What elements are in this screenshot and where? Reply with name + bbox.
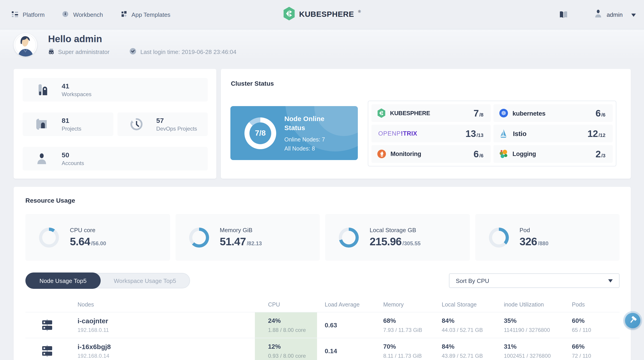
nav-item-label: App Templates — [132, 11, 170, 18]
user-icon — [594, 10, 602, 20]
table-row[interactable]: i-16x6bgj8 192.168.0.14 12% 0.93 / 8.00 … — [26, 338, 620, 360]
user-name: admin — [606, 11, 623, 18]
role-label: Super administrator — [58, 48, 110, 55]
nav-item-workbench[interactable]: Workbench — [62, 10, 103, 19]
storage-gauge-donut — [339, 228, 359, 247]
pod-gauge-donut — [489, 228, 508, 247]
kubesphere-logo[interactable]: KUBESPHERE ® — [283, 7, 361, 22]
node-name[interactable]: i-caojnter — [78, 317, 255, 325]
inode-cell: 31% 1002451 / 3276800 — [502, 343, 570, 359]
hammer-icon — [629, 316, 636, 325]
nav-item-label: Workbench — [73, 11, 103, 18]
load-cell: 0.14 — [317, 347, 382, 355]
node-online-status-panel[interactable]: 7/8 Node Online Status Online Nodes: 7 A… — [230, 106, 358, 160]
stat-value: 81 — [62, 116, 82, 124]
component-value: 7 — [474, 108, 479, 118]
component-value: 2 — [596, 148, 601, 159]
welcome-banner: Hello admin Super administrator Last log… — [0, 30, 644, 60]
top-nav: Platform Workbench App Templates KUBESPH… — [0, 0, 644, 30]
caret-down-icon — [631, 14, 636, 19]
gauge-total: /305.55 — [402, 240, 421, 247]
toolbox-fab-button[interactable] — [625, 313, 640, 328]
stat-tile-devops[interactable]: 57 DevOps Projects — [117, 112, 208, 136]
nav-right: admin — [558, 10, 636, 20]
gauge-memory: Memory GiB 51.47/82.13 — [175, 214, 320, 261]
user-menu[interactable]: admin — [594, 10, 636, 20]
role-badge-icon — [48, 48, 54, 56]
role-item: Super administrator — [48, 48, 110, 56]
avatar — [14, 33, 37, 57]
stats-card: 41 Workspaces 81 Projects — [14, 69, 216, 179]
gauge-total: /82.13 — [247, 240, 262, 247]
gauge-used: 215.96 — [370, 235, 402, 248]
col-inode-utilization: inode Utilization — [502, 302, 570, 308]
node-ip: 192.168.0.14 — [78, 353, 255, 359]
node-name[interactable]: i-16x6bgj8 — [78, 343, 255, 350]
usage-tabs: Node Usage Top5 Workspace Usage Top5 — [26, 273, 190, 288]
stat-tile-accounts[interactable]: 50 Accounts — [23, 147, 208, 170]
stat-tile-workspaces[interactable]: 41 Workspaces — [23, 78, 208, 102]
workbench-icon — [62, 10, 69, 19]
node-usage-table: Nodes CPU Load Average Memory Local Stor… — [26, 298, 620, 360]
cpu-cell: 24% 1.88 / 8.00 core — [255, 312, 317, 338]
node-status-donut: 7/8 — [244, 117, 276, 149]
col-local-storage: Local Storage — [440, 302, 502, 308]
component-total: /12 — [598, 132, 606, 138]
docs-book-icon[interactable] — [558, 11, 568, 18]
tab-node-usage-top5[interactable]: Node Usage Top5 — [26, 272, 101, 289]
sort-by-dropdown[interactable]: Sort By CPU — [449, 274, 620, 288]
node-icon — [41, 345, 78, 357]
node-panel-title: Node Online Status — [284, 114, 341, 132]
storage-cell: 84% 44.03 / 52.71 GB — [440, 317, 502, 333]
stat-value: 41 — [62, 82, 92, 90]
pods-cell: 66% 72 / 110 — [570, 343, 620, 359]
component-total: /8 — [479, 112, 484, 117]
load-cell: 0.63 — [317, 321, 382, 329]
memory-gauge-donut — [189, 228, 209, 247]
component-total: /6 — [601, 112, 606, 117]
node-ip: 192.168.0.11 — [78, 327, 255, 333]
main-content: 41 Workspaces 81 Projects — [0, 60, 644, 360]
gauge-label: Pod — [520, 227, 548, 234]
gauge-label: Local Storage GB — [370, 227, 421, 234]
stat-tile-projects[interactable]: 81 Projects — [23, 112, 113, 136]
istio-icon — [499, 129, 508, 138]
tab-workspace-usage-top5[interactable]: Workspace Usage Top5 — [100, 273, 190, 288]
gauge-local-storage: Local Storage GB 215.96/305.55 — [325, 214, 470, 261]
component-name: Logging — [512, 150, 536, 157]
resource-usage-title: Resource Usage — [26, 197, 620, 204]
component-name: KUBESPHERE — [390, 110, 430, 116]
sort-by-value: Sort By CPU — [456, 277, 489, 284]
openpitrix-logo: OPENP — [378, 130, 401, 137]
gauge-total: /56.00 — [91, 240, 106, 247]
app-templates-icon — [120, 10, 128, 19]
registered-mark: ® — [358, 9, 361, 14]
component-kubesphere: KUBESPHERE 7/8 — [372, 104, 491, 122]
component-name: kubernetes — [512, 110, 545, 117]
caret-down-icon — [608, 279, 613, 285]
cpu-cell: 12% 0.93 / 8.00 core — [255, 338, 317, 360]
accounts-icon — [35, 152, 48, 166]
nav-item-platform[interactable]: Platform — [11, 10, 45, 19]
node-icon — [41, 319, 78, 331]
brand-wordmark: KUBESPHERE — [299, 10, 354, 19]
nav-item-app-templates[interactable]: App Templates — [120, 10, 170, 19]
devops-history-icon — [130, 118, 143, 131]
col-pods: Pods — [570, 302, 620, 308]
last-login-label: Last login time: 2019-06-28 23:46:04 — [140, 48, 236, 55]
storage-cell: 84% 43.89 / 52.71 GB — [440, 343, 502, 359]
kubernetes-icon: ☸ — [499, 109, 508, 118]
resource-gauges: CPU core 5.64/56.00 Memory GiB 51.47/82.… — [26, 214, 620, 261]
welcome-info: Hello admin Super administrator Last log… — [48, 34, 236, 56]
component-value: 6 — [474, 148, 479, 159]
component-name: Monitoring — [390, 150, 421, 157]
gauge-pod: Pod 326/880 — [475, 214, 620, 261]
table-row[interactable]: i-caojnter 192.168.0.11 24% 1.88 / 8.00 … — [26, 312, 620, 338]
stat-value: 57 — [156, 116, 197, 124]
cluster-components-grid: KUBESPHERE 7/8 ☸ kubernetes 6/6 OPENP!TR… — [368, 101, 616, 166]
gauge-used: 5.64 — [70, 235, 90, 248]
kubesphere-hex-icon — [283, 7, 295, 22]
cluster-status-card: Cluster Status 7/8 Node Online Status On… — [221, 69, 631, 179]
component-value: 6 — [596, 108, 601, 118]
node-status-ratio: 7/8 — [244, 117, 276, 149]
